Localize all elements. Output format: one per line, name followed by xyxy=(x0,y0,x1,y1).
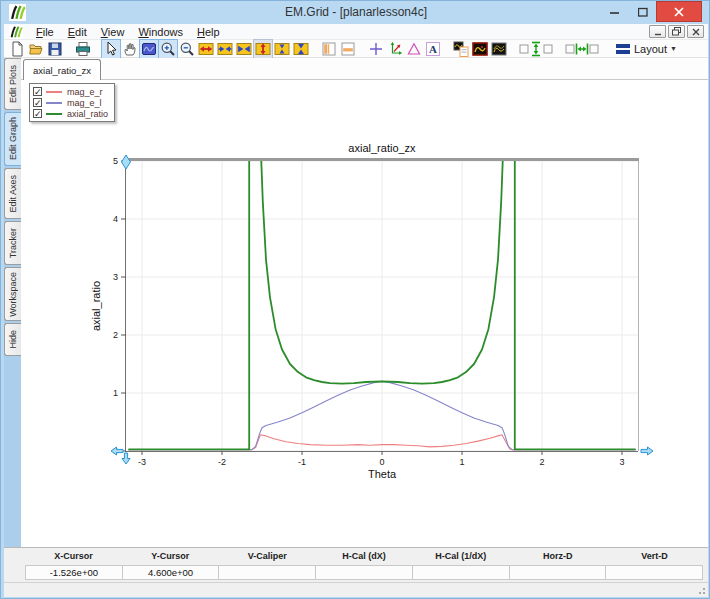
header-horz-d: Horz-D xyxy=(509,551,606,564)
plot-overlay-dark-icon[interactable] xyxy=(490,40,508,58)
x-tick-label: -2 xyxy=(218,457,226,467)
menu-help[interactable]: Help xyxy=(190,25,227,39)
edit-bottom-axis-icon[interactable] xyxy=(339,40,357,58)
value-h-cal-dx xyxy=(316,565,413,580)
layout-label: Layout xyxy=(634,43,667,55)
side-tab-edit-plots[interactable]: Edit Plots xyxy=(4,58,21,110)
pointer-select-icon[interactable] xyxy=(102,40,120,58)
compress-y-icon[interactable] xyxy=(273,40,291,58)
y-tick-label: 1 xyxy=(113,388,118,398)
layout-caret-icon: ▼ xyxy=(670,45,677,52)
mirror-y-icon[interactable] xyxy=(292,40,310,58)
mdi-restore-button[interactable] xyxy=(668,25,685,38)
legend-line-sample xyxy=(46,113,62,115)
match-horizontal-icon[interactable] xyxy=(564,40,600,58)
document-tab-bar: axial_ratio_zx xyxy=(21,58,708,80)
mdi-close-button[interactable] xyxy=(687,25,704,38)
match-vertical-icon[interactable] xyxy=(518,40,554,58)
menu-edit[interactable]: Edit xyxy=(61,25,94,39)
document-logo-icon xyxy=(9,25,23,39)
menu-windows[interactable]: Windows xyxy=(131,25,190,39)
value-horz-d xyxy=(510,565,607,580)
resize-grip[interactable] xyxy=(696,585,706,595)
layout-menu-button[interactable]: Layout ▼ xyxy=(610,40,682,58)
zoom-out-icon[interactable] xyxy=(178,40,196,58)
value-vert-d xyxy=(606,565,703,580)
legend-line-sample xyxy=(46,91,62,93)
menu-bar: File Edit View Windows Help xyxy=(4,24,708,40)
tracker-arrow-down[interactable] xyxy=(122,453,130,464)
zoom-region-icon[interactable] xyxy=(140,40,158,58)
minimize-icon xyxy=(610,7,620,17)
zoom-in-icon[interactable] xyxy=(159,40,177,58)
copy-plot-icon[interactable] xyxy=(452,40,470,58)
y-tick-label: 4 xyxy=(113,214,118,224)
x-tick-label: 1 xyxy=(459,457,464,467)
edit-left-axis-icon[interactable] xyxy=(320,40,338,58)
minimize-button[interactable] xyxy=(601,1,629,22)
pan-hand-icon[interactable] xyxy=(121,40,139,58)
legend-item[interactable]: ✓ mag_e_l xyxy=(33,97,108,108)
value-v-caliper xyxy=(219,565,316,580)
value-y-cursor: 4.600e+00 xyxy=(123,565,220,580)
value-x-cursor: -1.526e+00 xyxy=(25,565,123,580)
add-cursor-icon[interactable] xyxy=(367,40,385,58)
expand-x-icon[interactable] xyxy=(197,40,215,58)
maximize-icon xyxy=(638,7,648,17)
x-tick-label: 3 xyxy=(619,457,624,467)
header-y-cursor: Y-Cursor xyxy=(122,551,219,564)
legend-checkbox[interactable]: ✓ xyxy=(33,87,42,96)
header-v-caliper: V-Caliper xyxy=(219,551,316,564)
header-h-cal-1dx: H-Cal (1/dX) xyxy=(412,551,509,564)
x-tick-label: -3 xyxy=(138,457,146,467)
delta-marker-icon[interactable] xyxy=(405,40,423,58)
print-icon[interactable] xyxy=(74,40,92,58)
add-text-icon[interactable]: A xyxy=(424,40,442,58)
mdi-window-buttons xyxy=(649,25,704,38)
side-tab-edit-axes[interactable]: Edit Axes xyxy=(4,168,21,219)
save-icon[interactable] xyxy=(46,40,64,58)
cursor-readout-panel: X-Cursor Y-Cursor V-Caliper H-Cal (dX) H… xyxy=(4,547,708,582)
plot-style-dark-icon[interactable] xyxy=(471,40,489,58)
legend-checkbox[interactable]: ✓ xyxy=(33,109,42,118)
plot-region: ✓ mag_e_r ✓ mag_e_l ✓ axial_ratio axial_… xyxy=(21,80,708,547)
header-vert-d: Vert-D xyxy=(606,551,703,564)
svg-text:A: A xyxy=(429,43,437,55)
open-file-icon[interactable] xyxy=(27,40,45,58)
expand-y-icon[interactable] xyxy=(254,40,272,58)
side-tab-hide[interactable]: Hide xyxy=(4,323,21,356)
side-tab-tracker[interactable]: Tracker xyxy=(4,221,21,265)
client-area: axial_ratio_zx ✓ mag_e_r ✓ mag_e_l ✓ axi… xyxy=(21,58,708,547)
legend-item[interactable]: ✓ axial_ratio xyxy=(33,108,108,119)
side-tab-edit-graph[interactable]: Edit Graph xyxy=(4,112,21,166)
tool-bar: A Layout ▼ xyxy=(4,40,708,58)
x-tick-label: -1 xyxy=(298,457,306,467)
legend-item[interactable]: ✓ mag_e_r xyxy=(33,86,108,97)
menu-view[interactable]: View xyxy=(94,25,132,39)
cursor-table-headers: X-Cursor Y-Cursor V-Caliper H-Cal (dX) H… xyxy=(25,551,703,564)
x-tick-label: 2 xyxy=(539,457,544,467)
title-bar: EM.Grid - [planarlesson4c] xyxy=(1,1,710,24)
close-button[interactable] xyxy=(656,1,702,22)
tracker-arrow-right[interactable] xyxy=(641,447,653,455)
menu-file[interactable]: File xyxy=(29,25,61,39)
x-tick-label: 0 xyxy=(379,457,384,467)
tracker-arrow-top[interactable] xyxy=(122,155,131,169)
chart-svg[interactable]: -3-2-10123012345 xyxy=(21,80,708,547)
plot-legend: ✓ mag_e_r ✓ mag_e_l ✓ axial_ratio xyxy=(29,83,115,122)
tab-axial-ratio-zx[interactable]: axial_ratio_zx xyxy=(23,59,101,80)
mdi-minimize-button[interactable] xyxy=(649,25,666,38)
y-tick-label: 2 xyxy=(113,330,118,340)
new-document-icon[interactable] xyxy=(8,40,26,58)
maximize-button[interactable] xyxy=(629,1,656,22)
compress-x-icon[interactable] xyxy=(216,40,234,58)
header-h-cal-dx: H-Cal (dX) xyxy=(316,551,413,564)
mirror-x-icon[interactable] xyxy=(235,40,253,58)
header-x-cursor: X-Cursor xyxy=(25,551,122,564)
side-tab-workspace[interactable]: Workspace xyxy=(4,267,21,321)
y-tick-label: 5 xyxy=(113,156,118,166)
tracker-axes-icon[interactable] xyxy=(386,40,404,58)
side-tab-strip: Edit Plots Edit Graph Edit Axes Tracker … xyxy=(4,58,21,547)
y-tick-label: 3 xyxy=(113,272,118,282)
legend-checkbox[interactable]: ✓ xyxy=(33,98,42,107)
